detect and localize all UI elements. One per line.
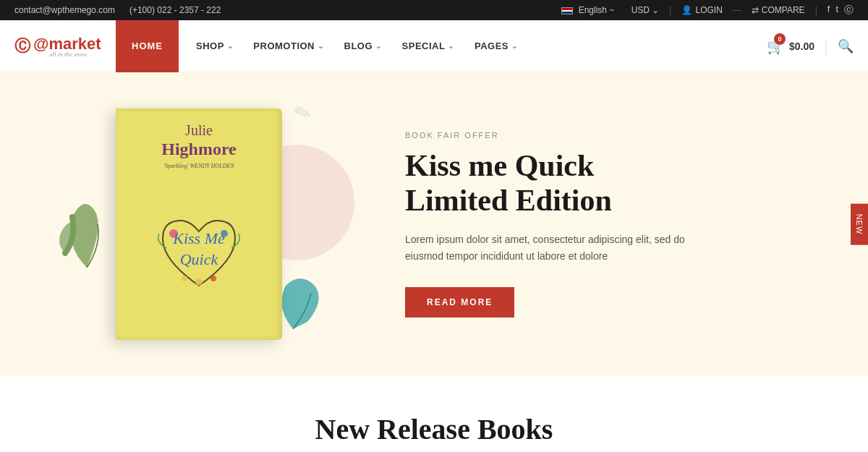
logo-name: @market <box>33 35 101 53</box>
cart-amount: $0.00 <box>789 40 814 52</box>
chevron-down-icon: ⌄ <box>227 42 234 50</box>
nav-pages[interactable]: PAGES ⌄ <box>464 20 528 72</box>
social-icons: f t ⓒ <box>827 4 854 17</box>
top-bar-right: English ~ USD ⌄ | 👤 LOGIN ― ⇄ COMPARE | … <box>561 4 854 17</box>
hero-tag: BOOK FAIR OFFER <box>405 131 839 140</box>
home-button[interactable]: HOME <box>116 20 179 72</box>
divider3: | <box>815 5 817 15</box>
hero-description: Lorem ipsum dolor sit amet, consectetur … <box>405 231 694 266</box>
book-tagline: 'Sparkling' WENDY HOLDEN <box>163 163 234 169</box>
svg-point-4 <box>210 276 216 281</box>
read-more-button[interactable]: READ MORE <box>405 287 514 317</box>
top-bar-left: contact@wpthemego.com (+100) 022 - 2357 … <box>14 5 221 15</box>
facebook-icon[interactable]: f <box>827 4 830 17</box>
cart-button[interactable]: 🛒 0 $0.00 <box>767 38 814 55</box>
chevron-down-icon: ⌄ <box>318 42 324 50</box>
instagram-icon[interactable]: ⓒ <box>844 4 854 17</box>
book-title: Kiss MeQuick <box>173 229 225 270</box>
hero-banner: ✎ Julie Highmore 'Sparkling' WENDY HOLDE… <box>0 72 868 376</box>
search-icon[interactable]: 🔍 <box>838 38 854 54</box>
book-heart-area: Kiss MeQuick <box>126 169 272 330</box>
doodle-hand-icon: ✎ <box>291 99 315 127</box>
phone: (+100) 022 - 2357 - 222 <box>129 5 221 15</box>
logo-icon: Ⓒ <box>14 35 30 57</box>
header: Ⓒ @market all in the store HOME SHOP ⌄ P… <box>0 20 868 72</box>
top-bar: contact@wpthemego.com (+100) 022 - 2357 … <box>0 0 868 20</box>
lang-usd-group: English ~ USD ⌄ <box>561 5 659 15</box>
header-right: 🛒 0 $0.00 | 🔍 <box>767 38 868 55</box>
language-selector[interactable]: English ~ <box>561 5 614 15</box>
divider: | <box>669 5 671 15</box>
twitter-icon[interactable]: t <box>835 4 838 17</box>
logo-text-block: @market all in the store <box>30 35 101 58</box>
new-release-section: New Release Books Ut enim ad minim venia… <box>0 376 868 452</box>
flag-icon <box>561 7 573 14</box>
chevron-down-icon: ⌄ <box>375 42 382 50</box>
side-tab[interactable]: NEW <box>851 204 868 245</box>
chevron-down-icon: ⌄ <box>448 42 454 50</box>
main-nav: SHOP ⌄ PROMOTION ⌄ BLOG ⌄ SPECIAL ⌄ PAGE… <box>179 20 767 72</box>
header-divider: | <box>825 38 827 54</box>
new-release-title: New Release Books <box>14 412 854 446</box>
leaf-left-icon <box>58 188 116 275</box>
svg-point-3 <box>182 276 187 281</box>
cart-badge: 0 <box>774 33 786 45</box>
divider2: ― <box>733 5 741 15</box>
leaf-right-teal-icon <box>278 271 336 336</box>
email: contact@wpthemego.com <box>14 5 115 15</box>
person-icon: 👤 <box>681 5 692 15</box>
compare-icon: ⇄ <box>752 5 759 15</box>
nav-special[interactable]: SPECIAL ⌄ <box>392 20 464 72</box>
logo-area: Ⓒ @market all in the store <box>0 35 116 58</box>
nav-promotion[interactable]: PROMOTION ⌄ <box>243 20 333 72</box>
chevron-down-icon: ⌄ <box>511 42 518 50</box>
nav-blog[interactable]: BLOG ⌄ <box>334 20 392 72</box>
hero-book-area: ✎ Julie Highmore 'Sparkling' WENDY HOLDE… <box>0 72 376 376</box>
hero-title: Kiss me QuickLimited Edition <box>405 148 839 218</box>
currency-selector[interactable]: USD ⌄ <box>631 5 660 15</box>
nav-shop[interactable]: SHOP ⌄ <box>186 20 243 72</box>
book-author: Julie Highmore <box>161 121 237 160</box>
login-button[interactable]: 👤 LOGIN <box>681 5 722 15</box>
svg-point-2 <box>195 278 203 286</box>
hero-content: BOOK FAIR OFFER Kiss me QuickLimited Edi… <box>376 131 868 317</box>
compare-button[interactable]: ⇄ COMPARE <box>752 5 805 15</box>
book-cover: Julie Highmore 'Sparkling' WENDY HOLDEN <box>116 108 282 340</box>
